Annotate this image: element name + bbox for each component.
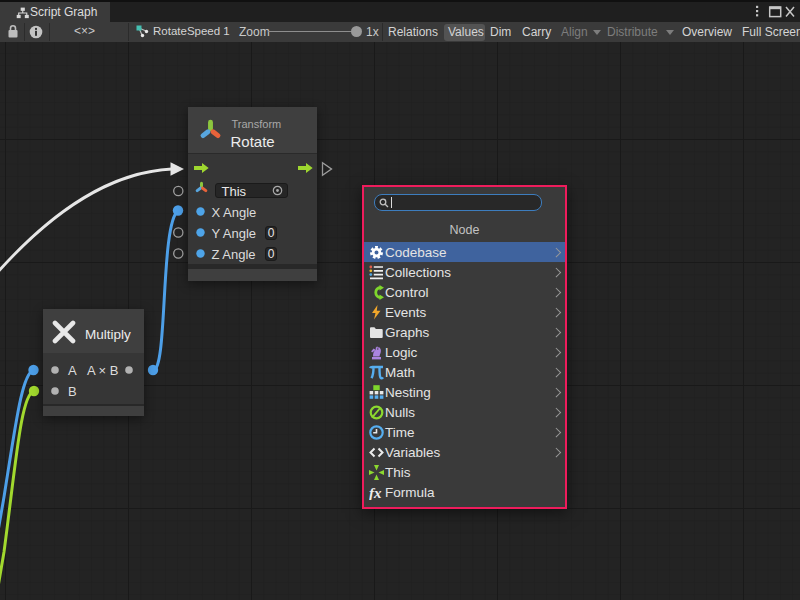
svg-text:fx: fx [369, 485, 382, 500]
